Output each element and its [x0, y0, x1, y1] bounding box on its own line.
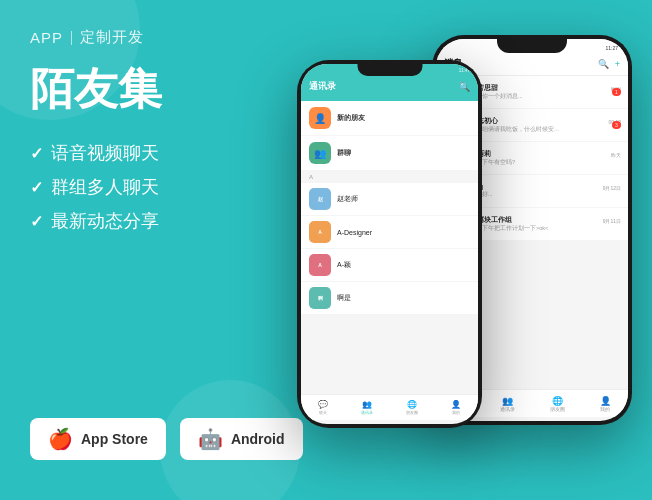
contact-name-1: A-Designer — [337, 229, 372, 236]
tag-app: APP — [30, 29, 63, 46]
front-tab-contacts[interactable]: 👥 通讯录 — [361, 400, 373, 415]
front-moments-icon: 🌐 — [407, 400, 417, 409]
feature-text-2: 最新动态分享 — [51, 209, 159, 233]
group-icon-box: 👥 — [309, 142, 331, 164]
search-icon: 🔍 — [598, 59, 609, 69]
msg-info-4: 豆腐块工作组 9月11日 大家下午把工作计划一下>ok< — [470, 216, 621, 232]
check-icon-0: ✓ — [30, 144, 43, 163]
front-contacts-icon: 👥 — [362, 400, 372, 409]
msg-preview-1: 上次咱俩请我吃饭，什么时候安排上呢？ — [470, 126, 565, 133]
msg-info-0: 忆苦思甜 刚刚 告诉你一个好消息... — [470, 84, 621, 100]
contact-avatar-2: A — [309, 254, 331, 276]
contact-avatar-3: 啊 — [309, 287, 331, 309]
msg-info-1: 不忘初心 00:12 上次咱俩请我吃饭，什么时候安排上呢？ — [470, 117, 621, 133]
new-friend-icon-box: 👤 — [309, 107, 331, 129]
check-icon-1: ✓ — [30, 178, 43, 197]
contact-name-2: A-颖 — [337, 260, 351, 270]
front-tab-me[interactable]: 👤 我的 — [451, 400, 461, 415]
android-button[interactable]: 🤖 Android — [180, 418, 303, 460]
msg-preview-0: 告诉你一个好消息... — [470, 93, 565, 100]
group-label: 群聊 — [337, 148, 351, 158]
msg-preview-3: 早上好... — [470, 191, 565, 198]
msg-badge-1: 3 — [612, 121, 621, 129]
phone-front-screen: 11:47 通讯录 🔍 👤 新的朋友 👥 群聊 — [301, 64, 478, 424]
front-tab-moments[interactable]: 🌐 朋友圈 — [406, 400, 418, 415]
new-friend-icon: 👤 — [314, 113, 326, 124]
contacts-search-icon: 🔍 — [459, 82, 470, 92]
phones-container: 11:27 消息 🔍 + 忆 忆苦思甜 刚刚 — [292, 0, 652, 500]
contact-avatar-1: A — [309, 221, 331, 243]
contacts-title: 通讯录 — [309, 80, 336, 93]
front-tab-contacts-label: 通讯录 — [361, 410, 373, 415]
contact-name-3: 啊是 — [337, 293, 351, 303]
msg-time-2: 昨天 — [611, 152, 621, 158]
moments-icon: 🌐 — [552, 396, 563, 406]
phone-front: 11:47 通讯录 🔍 👤 新的朋友 👥 群聊 — [297, 60, 482, 428]
android-label: Android — [231, 431, 285, 447]
status-bar-back: 11:27 — [605, 45, 618, 51]
tab-me-label: 我的 — [600, 407, 610, 412]
feature-text-0: 语音视频聊天 — [51, 141, 159, 165]
tab-contacts[interactable]: 👥 通讯录 — [500, 396, 515, 412]
phone-back-notch — [497, 35, 567, 53]
status-bar-front: 11:47 — [459, 68, 470, 73]
add-icon: + — [615, 59, 620, 69]
android-icon: 🤖 — [198, 427, 223, 451]
msg-time-4: 9月11日 — [603, 218, 621, 224]
appstore-button[interactable]: 🍎 App Store — [30, 418, 166, 460]
features-list: ✓ 语音视频聊天 ✓ 群组多人聊天 ✓ 最新动态分享 — [30, 141, 290, 243]
contacts-bottom-bar: 💬 联天 👥 通讯录 🌐 朋友圈 👤 我的 — [301, 394, 478, 420]
contact-name-0: 赵老师 — [337, 194, 358, 204]
contacts-icon: 👥 — [502, 396, 513, 406]
appstore-label: App Store — [81, 431, 148, 447]
front-me-icon: 👤 — [451, 400, 461, 409]
msg-time-3: 9月12日 — [603, 185, 621, 191]
special-contact-group[interactable]: 👥 群聊 — [301, 136, 478, 170]
me-icon: 👤 — [600, 396, 611, 406]
feature-item-2: ✓ 最新动态分享 — [30, 209, 290, 233]
front-tab-me-label: 我的 — [452, 410, 460, 415]
phone-front-notch — [357, 60, 422, 76]
contact-item-2[interactable]: A A-颖 — [301, 249, 478, 281]
front-tab-chat[interactable]: 💬 联天 — [318, 400, 328, 415]
contact-item-0[interactable]: 赵 赵老师 — [301, 183, 478, 215]
special-contact-new-friend[interactable]: 👤 新的朋友 — [301, 101, 478, 135]
contacts-screen: 11:47 通讯录 🔍 👤 新的朋友 👥 群聊 — [301, 64, 478, 424]
tab-moments-label: 朋友圈 — [550, 407, 565, 412]
msg-info-2: 王丽莉 昨天 今天下午有空吗? — [470, 150, 621, 166]
store-buttons: 🍎 App Store 🤖 Android — [30, 418, 303, 460]
contact-item-1[interactable]: A A-Designer — [301, 216, 478, 248]
tab-me[interactable]: 👤 我的 — [600, 396, 611, 412]
msg-preview-2: 今天下午有空吗? — [470, 159, 565, 166]
msg-badge-0: 1 — [612, 88, 621, 96]
tag-subtitle: 定制开发 — [80, 28, 144, 47]
front-chat-icon: 💬 — [318, 400, 328, 409]
feature-item-0: ✓ 语音视频聊天 — [30, 141, 290, 165]
feature-item-1: ✓ 群组多人聊天 — [30, 175, 290, 199]
group-icon: 👥 — [314, 148, 326, 159]
tag-line: APP 定制开发 — [30, 28, 290, 47]
tab-contacts-label: 通讯录 — [500, 407, 515, 412]
feature-text-1: 群组多人聊天 — [51, 175, 159, 199]
contact-item-3[interactable]: 啊 啊是 — [301, 282, 478, 314]
messages-header-icons: 🔍 + — [598, 59, 620, 69]
check-icon-2: ✓ — [30, 212, 43, 231]
new-friend-label: 新的朋友 — [337, 113, 365, 123]
section-label-a: A — [301, 171, 478, 183]
front-tab-moments-label: 朋友圈 — [406, 410, 418, 415]
apple-icon: 🍎 — [48, 427, 73, 451]
left-panel: APP 定制开发 陌友集 ✓ 语音视频聊天 ✓ 群组多人聊天 ✓ 最新动态分享 … — [0, 0, 320, 500]
app-title: 陌友集 — [30, 65, 290, 113]
contact-avatar-0: 赵 — [309, 188, 331, 210]
tab-moments[interactable]: 🌐 朋友圈 — [550, 396, 565, 412]
msg-preview-4: 大家下午把工作计划一下>ok< — [470, 225, 565, 232]
tag-separator — [71, 31, 72, 45]
msg-info-3: KIKI 9月12日 早上好... — [470, 184, 621, 198]
front-tab-chat-label: 联天 — [319, 410, 327, 415]
